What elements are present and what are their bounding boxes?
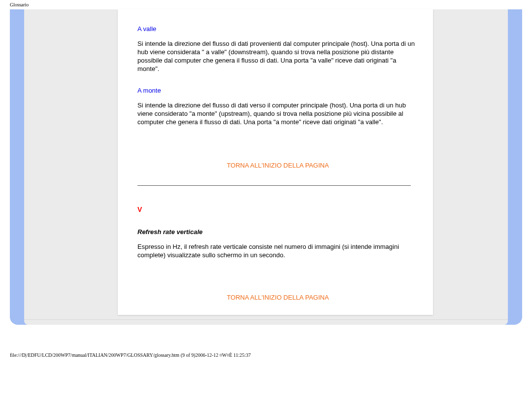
- outer-band: A valle Si intende la direzione del flus…: [10, 9, 522, 325]
- back-to-top-wrap-2: TORNA ALL'INIZIO DELLA PAGINA: [137, 293, 418, 302]
- back-to-top-link[interactable]: TORNA ALL'INIZIO DELLA PAGINA: [227, 294, 329, 301]
- footer-path: file:///D|/EDFU/LCD/200WP7/manual/ITALIA…: [0, 325, 532, 358]
- page-title: Glossario: [0, 0, 532, 9]
- section-divider: [137, 185, 411, 186]
- term-a-valle-body: Si intende la direzione del flusso di da…: [137, 39, 418, 73]
- term-a-valle-title: A valle: [137, 25, 418, 33]
- refresh-rate-subhead: Refresh rate verticale: [137, 228, 418, 236]
- term-a-monte-title: A monte: [137, 87, 418, 94]
- section-letter-v: V: [137, 206, 418, 213]
- back-to-top-wrap-1: TORNA ALL'INIZIO DELLA PAGINA: [137, 161, 418, 170]
- refresh-rate-body: Espresso in Hz, il refresh rate vertical…: [137, 242, 418, 259]
- content-card: A valle Si intende la direzione del flus…: [118, 9, 433, 315]
- content-inner: A valle Si intende la direzione del flus…: [118, 25, 433, 311]
- panel-bottom-divider: [24, 319, 508, 320]
- term-a-monte-body: Si intende la direzione del flusso di da…: [137, 101, 418, 126]
- inner-panel: A valle Si intende la direzione del flus…: [24, 9, 508, 325]
- back-to-top-link[interactable]: TORNA ALL'INIZIO DELLA PAGINA: [227, 162, 329, 169]
